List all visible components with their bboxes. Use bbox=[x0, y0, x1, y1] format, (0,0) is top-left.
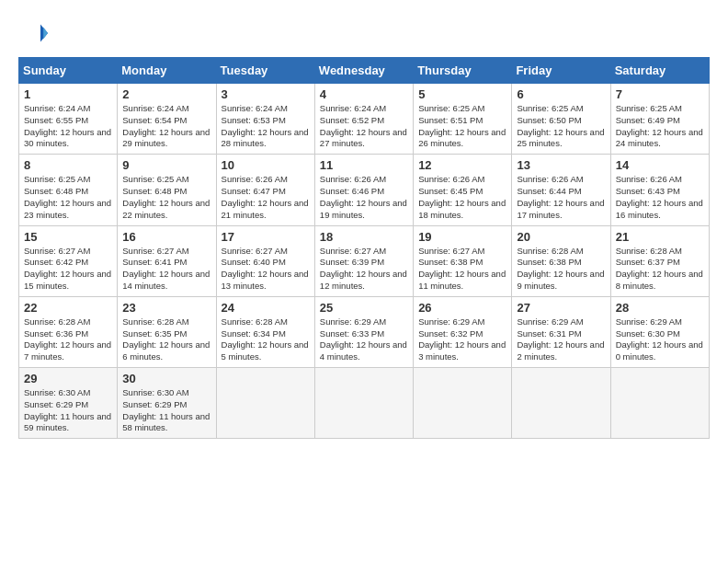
calendar-week-2: 8Sunrise: 6:25 AMSunset: 6:48 PMDaylight… bbox=[19, 155, 710, 225]
day-info: Sunrise: 6:27 AMSunset: 6:42 PMDaylight:… bbox=[24, 246, 112, 293]
day-number: 26 bbox=[418, 301, 506, 315]
calendar-header-row: SundayMondayTuesdayWednesdayThursdayFrid… bbox=[19, 58, 710, 84]
day-number: 30 bbox=[122, 372, 210, 385]
day-info: Sunrise: 6:28 AMSunset: 6:35 PMDaylight:… bbox=[122, 316, 210, 363]
calendar-cell: 19Sunrise: 6:27 AMSunset: 6:38 PMDayligh… bbox=[414, 225, 512, 296]
weekday-header-sunday: Sunday bbox=[19, 58, 118, 84]
calendar-cell: 7Sunrise: 6:25 AMSunset: 6:49 PMDaylight… bbox=[610, 84, 709, 155]
calendar-cell: 21Sunrise: 6:28 AMSunset: 6:37 PMDayligh… bbox=[610, 225, 709, 296]
logo bbox=[18, 18, 51, 48]
day-number: 29 bbox=[24, 372, 112, 385]
day-number: 6 bbox=[517, 87, 605, 101]
day-info: Sunrise: 6:25 AMSunset: 6:51 PMDaylight:… bbox=[418, 103, 506, 150]
day-number: 1 bbox=[24, 87, 112, 101]
calendar-week-5: 29Sunrise: 6:30 AMSunset: 6:29 PMDayligh… bbox=[19, 368, 710, 439]
day-info: Sunrise: 6:28 AMSunset: 6:37 PMDaylight:… bbox=[616, 246, 704, 293]
day-number: 17 bbox=[222, 230, 310, 244]
day-number: 11 bbox=[320, 158, 408, 172]
calendar-cell: 10Sunrise: 6:26 AMSunset: 6:47 PMDayligh… bbox=[216, 155, 314, 225]
calendar-cell: 12Sunrise: 6:26 AMSunset: 6:45 PMDayligh… bbox=[414, 155, 512, 225]
weekday-header-wednesday: Wednesday bbox=[314, 58, 413, 84]
day-info: Sunrise: 6:25 AMSunset: 6:48 PMDaylight:… bbox=[122, 174, 210, 221]
day-number: 4 bbox=[320, 87, 408, 101]
calendar-cell: 6Sunrise: 6:25 AMSunset: 6:50 PMDaylight… bbox=[512, 84, 610, 155]
day-number: 14 bbox=[616, 158, 704, 172]
calendar-cell: 11Sunrise: 6:26 AMSunset: 6:46 PMDayligh… bbox=[314, 155, 413, 225]
day-info: Sunrise: 6:25 AMSunset: 6:48 PMDaylight:… bbox=[24, 174, 112, 221]
day-info: Sunrise: 6:24 AMSunset: 6:52 PMDaylight:… bbox=[320, 103, 408, 150]
page-header bbox=[18, 18, 710, 48]
calendar-cell: 26Sunrise: 6:29 AMSunset: 6:32 PMDayligh… bbox=[414, 296, 512, 367]
calendar-cell: 1Sunrise: 6:24 AMSunset: 6:55 PMDaylight… bbox=[19, 84, 118, 155]
day-number: 19 bbox=[418, 230, 506, 244]
calendar-week-4: 22Sunrise: 6:28 AMSunset: 6:36 PMDayligh… bbox=[19, 296, 710, 367]
day-number: 13 bbox=[517, 158, 605, 172]
day-number: 21 bbox=[616, 230, 704, 244]
day-number: 5 bbox=[418, 87, 506, 101]
day-info: Sunrise: 6:28 AMSunset: 6:38 PMDaylight:… bbox=[517, 246, 605, 293]
day-info: Sunrise: 6:30 AMSunset: 6:29 PMDaylight:… bbox=[24, 387, 112, 434]
calendar-cell: 22Sunrise: 6:28 AMSunset: 6:36 PMDayligh… bbox=[19, 296, 118, 367]
svg-marker-1 bbox=[43, 28, 48, 40]
day-number: 9 bbox=[122, 158, 210, 172]
calendar-cell: 4Sunrise: 6:24 AMSunset: 6:52 PMDaylight… bbox=[314, 84, 413, 155]
calendar-cell: 13Sunrise: 6:26 AMSunset: 6:44 PMDayligh… bbox=[512, 155, 610, 225]
day-number: 18 bbox=[320, 230, 408, 244]
day-info: Sunrise: 6:26 AMSunset: 6:46 PMDaylight:… bbox=[320, 174, 408, 221]
day-info: Sunrise: 6:28 AMSunset: 6:36 PMDaylight:… bbox=[24, 316, 112, 363]
calendar-cell: 15Sunrise: 6:27 AMSunset: 6:42 PMDayligh… bbox=[19, 225, 118, 296]
weekday-header-tuesday: Tuesday bbox=[216, 58, 314, 84]
weekday-header-thursday: Thursday bbox=[414, 58, 512, 84]
day-number: 27 bbox=[517, 301, 605, 315]
day-number: 23 bbox=[122, 301, 210, 315]
day-info: Sunrise: 6:26 AMSunset: 6:44 PMDaylight:… bbox=[517, 174, 605, 221]
calendar-cell bbox=[512, 368, 610, 439]
day-info: Sunrise: 6:27 AMSunset: 6:41 PMDaylight:… bbox=[122, 246, 210, 293]
calendar-cell: 28Sunrise: 6:29 AMSunset: 6:30 PMDayligh… bbox=[610, 296, 709, 367]
day-info: Sunrise: 6:25 AMSunset: 6:50 PMDaylight:… bbox=[517, 103, 605, 150]
calendar-cell: 8Sunrise: 6:25 AMSunset: 6:48 PMDaylight… bbox=[19, 155, 118, 225]
day-number: 28 bbox=[616, 301, 704, 315]
calendar-cell: 27Sunrise: 6:29 AMSunset: 6:31 PMDayligh… bbox=[512, 296, 610, 367]
calendar-cell: 9Sunrise: 6:25 AMSunset: 6:48 PMDaylight… bbox=[118, 155, 216, 225]
calendar-cell: 14Sunrise: 6:26 AMSunset: 6:43 PMDayligh… bbox=[610, 155, 709, 225]
calendar-cell: 29Sunrise: 6:30 AMSunset: 6:29 PMDayligh… bbox=[19, 368, 118, 439]
calendar-cell bbox=[414, 368, 512, 439]
calendar-cell: 5Sunrise: 6:25 AMSunset: 6:51 PMDaylight… bbox=[414, 84, 512, 155]
calendar-cell: 17Sunrise: 6:27 AMSunset: 6:40 PMDayligh… bbox=[216, 225, 314, 296]
day-info: Sunrise: 6:29 AMSunset: 6:33 PMDaylight:… bbox=[320, 316, 408, 363]
day-info: Sunrise: 6:26 AMSunset: 6:45 PMDaylight:… bbox=[418, 174, 506, 221]
calendar-week-3: 15Sunrise: 6:27 AMSunset: 6:42 PMDayligh… bbox=[19, 225, 710, 296]
calendar-cell: 23Sunrise: 6:28 AMSunset: 6:35 PMDayligh… bbox=[118, 296, 216, 367]
calendar-cell: 18Sunrise: 6:27 AMSunset: 6:39 PMDayligh… bbox=[314, 225, 413, 296]
weekday-header-monday: Monday bbox=[118, 58, 216, 84]
logo-icon bbox=[18, 18, 48, 48]
day-info: Sunrise: 6:29 AMSunset: 6:32 PMDaylight:… bbox=[418, 316, 506, 363]
day-number: 25 bbox=[320, 301, 408, 315]
day-number: 16 bbox=[122, 230, 210, 244]
calendar-cell bbox=[216, 368, 314, 439]
day-number: 12 bbox=[418, 158, 506, 172]
weekday-header-saturday: Saturday bbox=[610, 58, 709, 84]
calendar-cell: 25Sunrise: 6:29 AMSunset: 6:33 PMDayligh… bbox=[314, 296, 413, 367]
day-info: Sunrise: 6:29 AMSunset: 6:30 PMDaylight:… bbox=[616, 316, 704, 363]
day-info: Sunrise: 6:27 AMSunset: 6:40 PMDaylight:… bbox=[222, 246, 310, 293]
day-info: Sunrise: 6:26 AMSunset: 6:43 PMDaylight:… bbox=[616, 174, 704, 221]
weekday-header-friday: Friday bbox=[512, 58, 610, 84]
day-number: 20 bbox=[517, 230, 605, 244]
calendar-cell: 30Sunrise: 6:30 AMSunset: 6:29 PMDayligh… bbox=[118, 368, 216, 439]
day-number: 8 bbox=[24, 158, 112, 172]
day-info: Sunrise: 6:25 AMSunset: 6:49 PMDaylight:… bbox=[616, 103, 704, 150]
calendar-cell: 20Sunrise: 6:28 AMSunset: 6:38 PMDayligh… bbox=[512, 225, 610, 296]
calendar-week-1: 1Sunrise: 6:24 AMSunset: 6:55 PMDaylight… bbox=[19, 84, 710, 155]
day-number: 3 bbox=[222, 87, 310, 101]
day-number: 24 bbox=[222, 301, 310, 315]
day-info: Sunrise: 6:24 AMSunset: 6:55 PMDaylight:… bbox=[24, 103, 112, 150]
day-info: Sunrise: 6:27 AMSunset: 6:39 PMDaylight:… bbox=[320, 246, 408, 293]
calendar-cell: 3Sunrise: 6:24 AMSunset: 6:53 PMDaylight… bbox=[216, 84, 314, 155]
calendar-cell bbox=[314, 368, 413, 439]
calendar-cell: 2Sunrise: 6:24 AMSunset: 6:54 PMDaylight… bbox=[118, 84, 216, 155]
day-info: Sunrise: 6:27 AMSunset: 6:38 PMDaylight:… bbox=[418, 246, 506, 293]
day-info: Sunrise: 6:26 AMSunset: 6:47 PMDaylight:… bbox=[222, 174, 310, 221]
calendar-cell bbox=[610, 368, 709, 439]
